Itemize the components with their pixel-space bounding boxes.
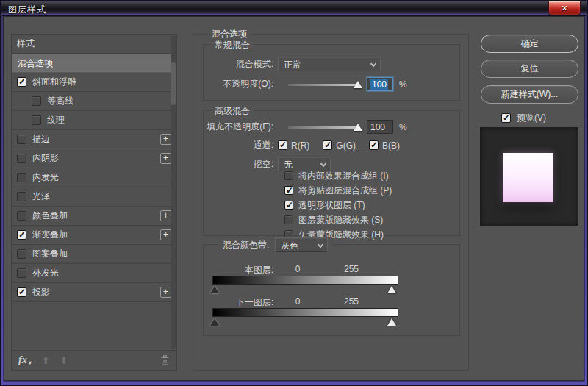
blend-if-select[interactable]: 灰色 xyxy=(275,237,328,252)
sidebar-item-gradient-overlay[interactable]: 渐变叠加 + xyxy=(12,226,176,245)
group-title: 高级混合 xyxy=(211,105,254,118)
next-layer-black-marker[interactable] xyxy=(210,318,219,326)
sidebar-item-label: 光泽 xyxy=(32,190,50,203)
sidebar-item-stroke[interactable]: 描边 + xyxy=(12,130,176,149)
chevron-down-icon xyxy=(318,242,323,248)
close-button[interactable]: ✕ xyxy=(548,1,581,15)
opacity-value: 100 xyxy=(370,79,388,90)
sidebar-item-inner-glow[interactable]: 内发光 xyxy=(12,168,176,187)
channel-r-label: R(R) xyxy=(291,140,309,151)
option-layer-mask-hides[interactable]: 图层蒙版隐藏效果 (S) xyxy=(284,214,392,226)
move-up-button[interactable]: ⬆ xyxy=(42,355,50,366)
add-inner-shadow-button[interactable]: + xyxy=(160,153,171,164)
fill-opacity-input[interactable]: 100 xyxy=(367,120,393,134)
this-layer-black-marker[interactable] xyxy=(210,286,219,293)
sidebar-item-texture[interactable]: 纹理 xyxy=(12,111,176,130)
add-color-overlay-button[interactable]: + xyxy=(160,210,171,221)
channel-g-checkbox[interactable] xyxy=(323,140,332,150)
fill-opacity-slider-track[interactable] xyxy=(288,126,359,129)
sidebar-item-label: 纹理 xyxy=(47,114,65,126)
fill-opacity-slider[interactable] xyxy=(288,122,359,132)
stroke-checkbox[interactable] xyxy=(17,135,26,144)
satin-checkbox[interactable] xyxy=(17,192,26,201)
sidebar-item-contour[interactable]: 等高线 xyxy=(12,92,176,111)
styles-sidebar: 样式 混合选项 斜面和浮雕 等高线 纹理 描边 + xyxy=(11,34,177,371)
titlebar[interactable]: 图层样式 ✕ xyxy=(1,1,587,16)
sidebar-toolbar: fx▾ ⬆ ⬇ xyxy=(12,350,176,370)
sidebar-item-inner-shadow[interactable]: 内阴影 + xyxy=(12,149,176,168)
color-overlay-checkbox[interactable] xyxy=(17,211,26,221)
sidebar-item-color-overlay[interactable]: 颜色叠加 + xyxy=(12,207,176,226)
fx-caret-icon: ▾ xyxy=(29,360,32,366)
blend-if-label: 混合颜色带: xyxy=(223,239,269,251)
bevel-emboss-checkbox[interactable] xyxy=(17,77,26,87)
sidebar-item-label: 等高线 xyxy=(47,95,74,107)
new-style-button[interactable]: 新建样式(W)... xyxy=(481,85,578,104)
knockout-value: 无 xyxy=(284,160,293,170)
inner-glow-checkbox[interactable] xyxy=(17,173,26,182)
layer-mask-hides-checkbox[interactable] xyxy=(284,215,293,224)
option-transparency-shapes[interactable]: 透明形状图层 (T) xyxy=(284,199,392,211)
sidebar-item-satin[interactable]: 光泽 xyxy=(12,187,176,207)
preview-layer-thumbnail xyxy=(503,153,553,202)
fx-menu-button[interactable]: fx▾ xyxy=(18,354,32,366)
channel-r[interactable]: R(R) xyxy=(278,140,309,151)
move-down-button[interactable]: ⬇ xyxy=(60,355,68,366)
preview-label: 预览(V) xyxy=(517,112,546,124)
channel-g[interactable]: G(G) xyxy=(323,140,356,151)
sidebar-item-drop-shadow[interactable]: 投影 + xyxy=(12,283,176,302)
option-blend-interior[interactable]: 将内部效果混合成组 (I) xyxy=(284,170,392,182)
channel-g-label: G(G) xyxy=(336,140,356,151)
gradient-overlay-checkbox[interactable] xyxy=(17,230,26,240)
option-blend-clipped[interactable]: 将剪贴图层混合成组 (P) xyxy=(284,185,392,196)
preview-toggle[interactable]: 预览(V) xyxy=(501,112,546,124)
opacity-slider-track[interactable] xyxy=(288,84,359,86)
next-layer-gradient-bar[interactable] xyxy=(212,308,398,317)
sidebar-scrollbar-thumb[interactable] xyxy=(171,62,176,105)
this-layer-label: 本图层: xyxy=(204,264,273,276)
add-stroke-button[interactable]: + xyxy=(160,134,171,145)
add-gradient-overlay-button[interactable]: + xyxy=(160,229,171,240)
opacity-unit: % xyxy=(399,79,407,90)
transparency-shapes-checkbox[interactable] xyxy=(284,201,293,210)
this-layer-max: 255 xyxy=(337,264,366,276)
dialog-body: 样式 混合选项 斜面和浮雕 等高线 纹理 描边 + xyxy=(4,16,584,381)
option-label: 图层蒙版隐藏效果 (S) xyxy=(298,214,383,226)
opacity-slider-thumb[interactable] xyxy=(354,81,362,88)
fill-opacity-slider-thumb[interactable] xyxy=(354,124,362,131)
next-layer-white-marker[interactable] xyxy=(387,318,396,326)
blend-interior-checkbox[interactable] xyxy=(284,171,293,180)
add-drop-shadow-button[interactable]: + xyxy=(160,287,171,298)
sidebar-item-label: 颜色叠加 xyxy=(32,210,68,222)
sidebar-item-bevel-emboss[interactable]: 斜面和浮雕 xyxy=(12,73,176,92)
sidebar-item-pattern-overlay[interactable]: 图案叠加 xyxy=(12,245,176,264)
opacity-input[interactable]: 100 xyxy=(367,77,393,91)
blend-mode-select[interactable]: 正常 xyxy=(278,57,381,71)
sidebar-item-label: 图案叠加 xyxy=(32,248,68,260)
pattern-overlay-checkbox[interactable] xyxy=(17,249,26,259)
opacity-slider[interactable] xyxy=(288,79,359,90)
sidebar-item-label: 内阴影 xyxy=(32,152,59,165)
texture-checkbox[interactable] xyxy=(32,115,41,125)
preview-checkbox[interactable] xyxy=(501,113,511,123)
sidebar-item-label: 样式 xyxy=(17,37,35,50)
contour-checkbox[interactable] xyxy=(32,96,41,106)
channel-b[interactable]: B(B) xyxy=(369,140,400,151)
ok-button[interactable]: 确定 xyxy=(481,35,578,53)
delete-style-button[interactable] xyxy=(160,355,170,365)
drop-shadow-checkbox[interactable] xyxy=(17,287,26,297)
next-layer-max: 255 xyxy=(337,296,366,309)
this-layer-gradient-bar[interactable] xyxy=(212,276,398,285)
sidebar-item-outer-glow[interactable]: 外发光 xyxy=(12,264,176,283)
channel-r-checkbox[interactable] xyxy=(278,140,287,150)
sidebar-item-label: 混合选项 xyxy=(18,57,53,70)
sidebar-item-blending-options[interactable]: 混合选项 xyxy=(12,54,176,73)
inner-shadow-checkbox[interactable] xyxy=(17,154,26,163)
reset-button[interactable]: 复位 xyxy=(481,60,578,78)
channel-b-checkbox[interactable] xyxy=(369,140,379,150)
outer-glow-checkbox[interactable] xyxy=(17,268,26,278)
sidebar-item-styles[interactable]: 样式 xyxy=(12,35,176,54)
this-layer-white-marker[interactable] xyxy=(387,286,396,293)
page-title: 混合选项 xyxy=(207,28,251,40)
blend-clipped-checkbox[interactable] xyxy=(284,186,293,195)
